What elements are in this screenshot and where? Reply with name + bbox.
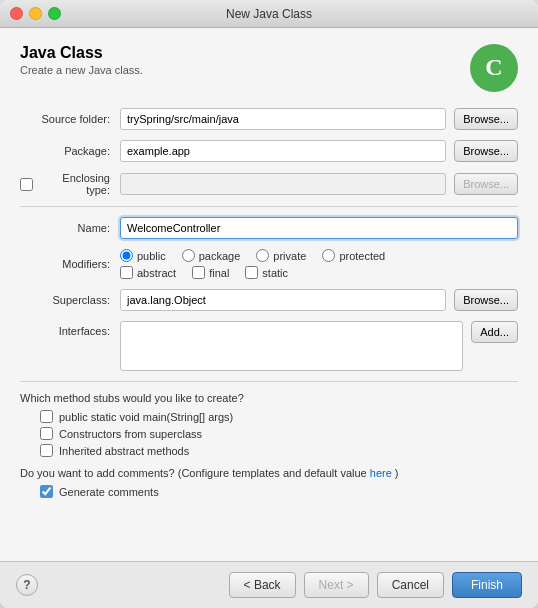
modifiers-row: Modifiers: public package private [20, 249, 518, 279]
enclosing-type-browse-button[interactable]: Browse... [454, 173, 518, 195]
modifier-package-radio[interactable] [182, 249, 195, 262]
superclass-browse-button[interactable]: Browse... [454, 289, 518, 311]
footer-left: ? [16, 574, 38, 596]
modifier-package[interactable]: package [182, 249, 241, 262]
name-row: Name: [20, 217, 518, 239]
modifier-static-label: static [262, 267, 288, 279]
generate-comments-checkbox[interactable] [40, 485, 53, 498]
inherited-item[interactable]: Inherited abstract methods [40, 444, 518, 457]
modifiers-group: public package private protected [120, 249, 385, 279]
modifier-public-label: public [137, 250, 166, 262]
modifier-protected[interactable]: protected [322, 249, 385, 262]
method-stubs-question: Which method stubs would you like to cre… [20, 392, 518, 404]
finish-button[interactable]: Finish [452, 572, 522, 598]
package-label: Package: [20, 145, 120, 157]
inherited-label: Inherited abstract methods [59, 445, 189, 457]
constructors-checkbox[interactable] [40, 427, 53, 440]
name-input[interactable] [120, 217, 518, 239]
main-method-checkbox[interactable] [40, 410, 53, 423]
inherited-checkbox[interactable] [40, 444, 53, 457]
modifier-private-radio[interactable] [256, 249, 269, 262]
header-text: Java Class Create a new Java class. [20, 44, 143, 76]
superclass-row: Superclass: Browse... [20, 289, 518, 311]
modifier-private[interactable]: private [256, 249, 306, 262]
back-button[interactable]: < Back [229, 572, 296, 598]
help-button[interactable]: ? [16, 574, 38, 596]
modifier-final-label: final [209, 267, 229, 279]
comments-section: Do you want to add comments? (Configure … [20, 467, 518, 498]
interfaces-label: Interfaces: [20, 321, 120, 337]
cancel-button[interactable]: Cancel [377, 572, 444, 598]
comments-question-text: Do you want to add comments? (Configure … [20, 467, 367, 479]
method-stubs-list: public static void main(String[] args) C… [40, 410, 518, 457]
modifier-abstract-label: abstract [137, 267, 176, 279]
dialog-subtitle: Create a new Java class. [20, 64, 143, 76]
constructors-label: Constructors from superclass [59, 428, 202, 440]
superclass-label: Superclass: [20, 294, 120, 306]
modifier-static[interactable]: static [245, 266, 288, 279]
source-folder-browse-button[interactable]: Browse... [454, 108, 518, 130]
constructors-item[interactable]: Constructors from superclass [40, 427, 518, 440]
minimize-button[interactable] [29, 7, 42, 20]
divider-1 [20, 206, 518, 207]
close-button[interactable] [10, 7, 23, 20]
package-browse-button[interactable]: Browse... [454, 140, 518, 162]
comments-question-end: ) [395, 467, 399, 479]
modifier-radio-line: public package private protected [120, 249, 385, 262]
modifier-final[interactable]: final [192, 266, 229, 279]
modifier-private-label: private [273, 250, 306, 262]
comments-question: Do you want to add comments? (Configure … [20, 467, 518, 479]
svg-text:C: C [485, 54, 502, 80]
enclosing-type-row: Enclosing type: Browse... [20, 172, 518, 196]
window-title: New Java Class [226, 7, 312, 21]
modifier-static-checkbox[interactable] [245, 266, 258, 279]
modifier-abstract[interactable]: abstract [120, 266, 176, 279]
modifier-public-radio[interactable] [120, 249, 133, 262]
interfaces-input[interactable] [120, 321, 463, 371]
main-window: New Java Class Java Class Create a new J… [0, 0, 538, 608]
next-button[interactable]: Next > [304, 572, 369, 598]
name-label: Name: [20, 222, 120, 234]
window-controls [10, 7, 61, 20]
modifier-protected-label: protected [339, 250, 385, 262]
dialog-title: Java Class [20, 44, 143, 62]
modifier-public[interactable]: public [120, 249, 166, 262]
main-method-item[interactable]: public static void main(String[] args) [40, 410, 518, 423]
enclosing-type-input[interactable] [120, 173, 446, 195]
enclosing-type-checkbox[interactable] [20, 178, 33, 191]
enclosing-type-label: Enclosing type: [37, 172, 110, 196]
modifier-abstract-checkbox[interactable] [120, 266, 133, 279]
dialog-content: Java Class Create a new Java class. C So… [0, 28, 538, 561]
dialog-footer: ? < Back Next > Cancel Finish [0, 561, 538, 608]
modifiers-label: Modifiers: [20, 258, 120, 270]
divider-2 [20, 381, 518, 382]
interfaces-add-button[interactable]: Add... [471, 321, 518, 343]
modifier-final-checkbox[interactable] [192, 266, 205, 279]
modifier-package-label: package [199, 250, 241, 262]
modifier-check-line: abstract final static [120, 266, 385, 279]
main-method-label: public static void main(String[] args) [59, 411, 233, 423]
comments-link[interactable]: here [370, 467, 392, 479]
method-stubs-section: Which method stubs would you like to cre… [20, 392, 518, 457]
superclass-input[interactable] [120, 289, 446, 311]
package-row: Package: Browse... [20, 140, 518, 162]
interfaces-row: Interfaces: Add... [20, 321, 518, 371]
enclosing-type-label-offset: Enclosing type: [20, 172, 120, 196]
source-folder-label: Source folder: [20, 113, 120, 125]
dialog-header: Java Class Create a new Java class. C [20, 44, 518, 92]
java-icon: C [470, 44, 518, 92]
generate-comments-item[interactable]: Generate comments [40, 485, 518, 498]
maximize-button[interactable] [48, 7, 61, 20]
package-input[interactable] [120, 140, 446, 162]
footer-right: < Back Next > Cancel Finish [229, 572, 522, 598]
generate-comments-label: Generate comments [59, 486, 159, 498]
source-folder-row: Source folder: Browse... [20, 108, 518, 130]
titlebar: New Java Class [0, 0, 538, 28]
modifier-protected-radio[interactable] [322, 249, 335, 262]
source-folder-input[interactable] [120, 108, 446, 130]
